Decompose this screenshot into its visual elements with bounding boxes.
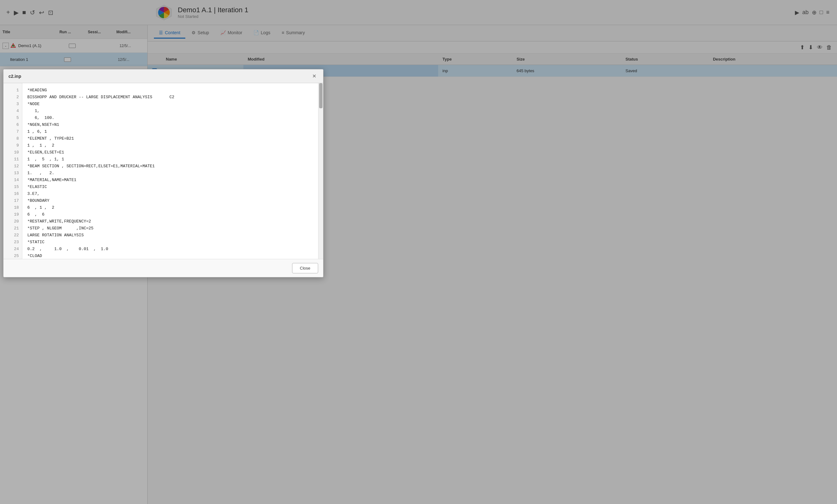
code-area[interactable]: *HEADINGBISSHOPP AND DRUCKER -- LARGE DI… — [22, 83, 318, 259]
code-line: *STEP , NLGEOM ,INC=25 — [27, 225, 313, 232]
code-line: *STATIC — [27, 239, 313, 246]
modal-overlay: c2.inp ✕ 1234567891011121314151617181920… — [0, 0, 837, 504]
line-number: 8 — [3, 135, 22, 142]
line-numbers: 1234567891011121314151617181920212223242… — [3, 83, 22, 259]
line-number: 10 — [3, 149, 22, 156]
line-number: 9 — [3, 142, 22, 149]
code-line: 1. , 2. — [27, 170, 313, 177]
line-number: 23 — [3, 239, 22, 246]
code-line: 1, — [27, 108, 313, 115]
file-viewer-modal: c2.inp ✕ 1234567891011121314151617181920… — [3, 69, 323, 277]
line-number: 15 — [3, 184, 22, 190]
line-number: 3 — [3, 101, 22, 108]
line-number: 22 — [3, 232, 22, 239]
code-line: 6, 100. — [27, 115, 313, 122]
code-line: *MATERIAL,NAME=MATE1 — [27, 177, 313, 184]
code-line: *ELGEN,ELSET=E1 — [27, 149, 313, 156]
line-number: 5 — [3, 115, 22, 122]
line-number: 19 — [3, 211, 22, 218]
code-line: 6 , 6 — [27, 211, 313, 218]
line-number: 4 — [3, 108, 22, 115]
modal-footer: Close — [3, 259, 323, 277]
code-line: 1 , 1 , 2 — [27, 142, 313, 149]
modal-header: c2.inp ✕ — [3, 69, 323, 83]
code-line: 0.2 , 1.0 , 0.01 , 1.0 — [27, 246, 313, 253]
code-line: *BOUNDARY — [27, 198, 313, 204]
line-number: 24 — [3, 246, 22, 253]
code-line: LARGE ROTATION ANALYSIS — [27, 232, 313, 239]
code-line: *CLOAD — [27, 253, 313, 259]
code-line: *NGEN,NSET=N1 — [27, 122, 313, 128]
line-number: 2 — [3, 94, 22, 101]
code-line: *BEAM SECTION , SECTION=RECT,ELSET=E1,MA… — [27, 163, 313, 170]
code-line: 1 , 6, 1 — [27, 128, 313, 135]
line-number: 13 — [3, 170, 22, 177]
code-line: *RESTART,WRITE,FREQUENCY=2 — [27, 218, 313, 225]
scrollbar-thumb[interactable] — [319, 83, 323, 108]
code-line: *ELASTIC — [27, 184, 313, 190]
modal-title: c2.inp — [8, 74, 21, 79]
code-line: *HEADING — [27, 87, 313, 94]
line-number: 16 — [3, 190, 22, 198]
line-number: 7 — [3, 128, 22, 135]
code-line: BISSHOPP AND DRUCKER -- LARGE DISPLACEME… — [27, 94, 313, 101]
line-number: 11 — [3, 156, 22, 163]
code-line: 3.E7, — [27, 190, 313, 198]
line-number: 18 — [3, 204, 22, 211]
line-number: 17 — [3, 198, 22, 204]
line-number: 12 — [3, 163, 22, 170]
line-number: 1 — [3, 87, 22, 94]
code-line: 1 , 5 , 1, 1 — [27, 156, 313, 163]
code-line: *NODE — [27, 101, 313, 108]
code-line: 6 , 1 , 2 — [27, 204, 313, 211]
line-number: 21 — [3, 225, 22, 232]
line-number: 25 — [3, 253, 22, 259]
line-number: 14 — [3, 177, 22, 184]
modal-body: 1234567891011121314151617181920212223242… — [3, 83, 323, 259]
line-number: 20 — [3, 218, 22, 225]
scrollbar[interactable] — [318, 83, 323, 259]
code-line: *ELEMENT , TYPE=B21 — [27, 135, 313, 142]
close-button[interactable]: Close — [292, 263, 318, 273]
line-number: 6 — [3, 122, 22, 128]
modal-close-button[interactable]: ✕ — [310, 73, 318, 80]
